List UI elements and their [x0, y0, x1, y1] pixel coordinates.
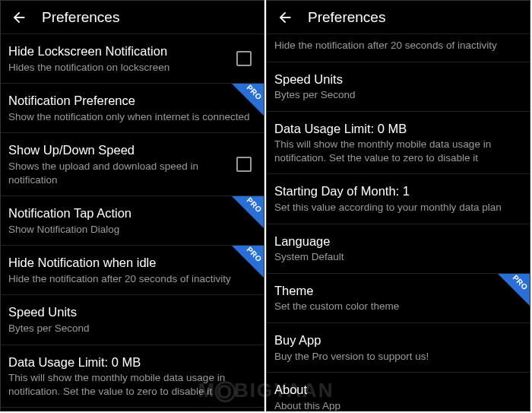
pref-about[interactable]: About About this App: [267, 373, 530, 411]
pref-subtitle: Hides the notification on lockscreen: [8, 61, 227, 75]
back-button[interactable]: [276, 8, 294, 27]
pref-subtitle: Set the custom color theme: [274, 300, 518, 313]
pref-title: Data Usage Limit: 0 MB: [8, 354, 252, 370]
pref-hide-lockscreen-notification[interactable]: Hide Lockscreen Notification Hides the n…: [1, 34, 264, 84]
appbar: Preferences: [1, 1, 264, 34]
preferences-list[interactable]: Hide the notification after 20 seconds o…: [267, 34, 530, 411]
pref-speed-units[interactable]: Speed Units Bytes per Second: [267, 62, 530, 112]
pref-title: Hide Lockscreen Notification: [8, 43, 227, 59]
pref-title: Buy App: [274, 332, 518, 348]
pref-speed-units[interactable]: Speed Units Bytes per Second: [1, 295, 264, 345]
pref-show-up-down-speed[interactable]: Show Up/Down Speed Shows the upload and …: [1, 133, 264, 196]
pref-hide-notification-when-idle[interactable]: Hide Notification when idle Hide the not…: [1, 246, 264, 295]
pref-subtitle: About this App: [274, 399, 518, 411]
preferences-list[interactable]: Hide Lockscreen Notification Hides the n…: [1, 34, 264, 411]
pref-subtitle: Bytes per Second: [274, 88, 518, 102]
screen-left: Preferences Hide Lockscreen Notification…: [0, 0, 264, 411]
pref-subtitle: Hide the notification after 20 seconds o…: [8, 272, 252, 286]
pref-subtitle: Show the notification only when internet…: [8, 110, 252, 124]
pref-buy-app[interactable]: Buy App Buy the Pro version to support u…: [267, 323, 530, 373]
pref-title: Data Usage Limit: 0 MB: [274, 121, 518, 137]
pref-subtitle: Shows the upload and download speed in n…: [8, 160, 227, 186]
pref-data-usage-limit[interactable]: Data Usage Limit: 0 MB This will show th…: [267, 112, 530, 175]
pref-notification-preference[interactable]: Notification Preference Show the notific…: [1, 84, 264, 133]
pref-title: Notification Preference: [8, 93, 252, 109]
pref-title: Speed Units: [274, 71, 518, 87]
pref-starting-day-of-month[interactable]: Starting Day of Month: 1 Set this value …: [267, 174, 530, 224]
arrow-back-icon: [11, 9, 27, 26]
screen-right: Preferences Hide the notification after …: [266, 0, 530, 411]
pref-title: Notification Tap Action: [8, 205, 252, 221]
pref-hide-notification-when-idle-fragment[interactable]: Hide the notification after 20 seconds o…: [267, 34, 530, 62]
page-title: Preferences: [308, 9, 385, 26]
pref-subtitle: System Default: [274, 250, 518, 264]
pref-title: Theme: [274, 283, 518, 299]
checkbox[interactable]: [236, 51, 252, 66]
back-button[interactable]: [10, 8, 28, 27]
pref-title: Show Up/Down Speed: [8, 142, 227, 158]
pref-subtitle: Hide the notification after 20 seconds o…: [274, 39, 518, 52]
checkbox[interactable]: [236, 157, 252, 172]
pref-title: Speed Units: [8, 304, 252, 320]
pref-title: Language: [274, 234, 518, 249]
pref-subtitle: This will show the monthly mobile data u…: [274, 138, 518, 164]
arrow-back-icon: [277, 9, 293, 26]
pref-subtitle: Show Notification Dialog: [8, 223, 252, 237]
page-title: Preferences: [42, 9, 119, 26]
pref-language[interactable]: Language System Default: [267, 224, 530, 274]
pref-title: Hide Notification when idle: [8, 255, 252, 271]
pref-subtitle: Buy the Pro version to support us!: [274, 350, 518, 364]
pref-subtitle: Bytes per Second: [8, 322, 252, 335]
pref-subtitle: Set this value according to your monthly…: [274, 201, 518, 214]
pref-title: About: [274, 382, 518, 398]
pref-data-usage-limit[interactable]: Data Usage Limit: 0 MB This will show th…: [1, 345, 264, 408]
appbar: Preferences: [267, 1, 530, 34]
pref-theme[interactable]: Theme Set the custom color theme: [267, 274, 530, 323]
pref-notification-tap-action[interactable]: Notification Tap Action Show Notificatio…: [1, 196, 264, 246]
pref-title: Starting Day of Month: 1: [274, 183, 518, 199]
pref-subtitle: This will show the monthly mobile data u…: [8, 371, 252, 398]
